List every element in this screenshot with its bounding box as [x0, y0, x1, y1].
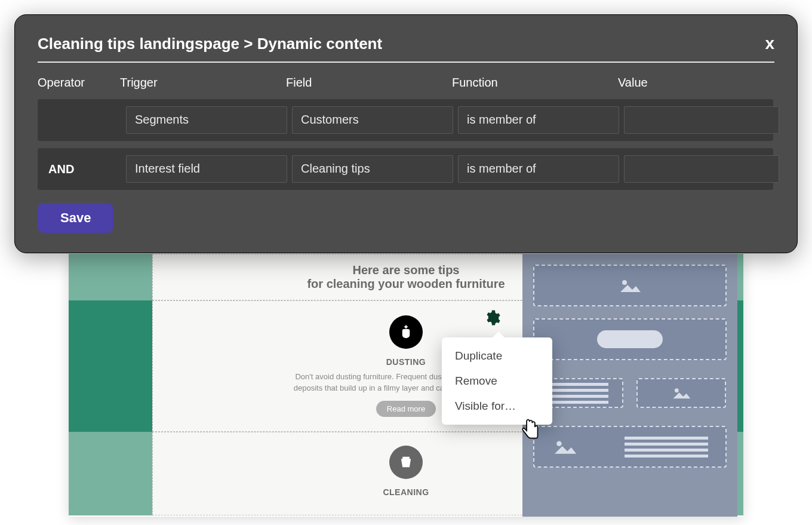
operator-cell[interactable]: AND — [44, 162, 121, 176]
svg-point-2 — [556, 441, 562, 446]
save-button[interactable]: Save — [38, 203, 113, 233]
function-cell[interactable]: is member of — [458, 155, 619, 183]
palette-image-block[interactable] — [533, 265, 727, 306]
tips-heading-l2: for cleaning your wooden furniture — [307, 277, 505, 291]
palette-image-small-block[interactable] — [636, 378, 725, 408]
close-button[interactable]: x — [765, 34, 774, 53]
text-lines-icon — [625, 437, 708, 458]
image-placeholder-icon — [671, 385, 691, 401]
read-more-button[interactable]: Read more — [376, 401, 436, 417]
svg-point-1 — [675, 388, 679, 392]
row-gutter-left — [69, 254, 152, 300]
text-lines-icon — [549, 383, 608, 404]
col-value: Value — [618, 76, 773, 92]
svg-point-0 — [622, 280, 627, 285]
rule-grid: Operator Trigger Field Function Value Se… — [38, 76, 774, 190]
function-cell[interactable]: is member of — [458, 106, 619, 134]
rule-row: Segments Customers is member of — [38, 99, 773, 141]
field-cell[interactable]: Customers — [292, 106, 453, 134]
rule-row: AND Interest field Cleaning tips is memb… — [38, 148, 773, 190]
col-operator: Operator — [38, 76, 115, 92]
block-context-menu: Duplicate Remove Visible for… — [442, 337, 552, 425]
row-gutter-left — [69, 300, 152, 432]
trigger-cell[interactable]: Interest field — [126, 155, 287, 183]
palette-button-block[interactable] — [533, 318, 727, 360]
dynamic-content-dialog: Cleaning tips landingspage > Dynamic con… — [14, 14, 798, 253]
palette-image-text-block[interactable] — [533, 426, 727, 468]
col-field: Field — [286, 76, 447, 92]
tips-heading-l1: Here are some tips — [353, 263, 460, 277]
value-cell[interactable] — [624, 106, 779, 134]
menu-remove[interactable]: Remove — [442, 369, 552, 394]
trigger-cell[interactable]: Segments — [126, 106, 287, 134]
image-placeholder-icon — [552, 437, 578, 456]
row-gutter-left — [69, 432, 152, 515]
dialog-title: Cleaning tips landingspage > Dynamic con… — [38, 35, 382, 53]
col-function: Function — [452, 76, 613, 92]
bucket-icon — [389, 446, 423, 479]
field-cell[interactable]: Cleaning tips — [292, 155, 453, 183]
dusting-label: DUSTING — [386, 357, 426, 367]
component-palette — [522, 254, 737, 517]
value-cell[interactable] — [624, 155, 779, 183]
cleaning-label: CLEANING — [383, 487, 429, 497]
block-settings-button[interactable] — [480, 306, 504, 330]
button-placeholder-icon — [597, 330, 663, 348]
col-trigger: Trigger — [120, 76, 281, 92]
menu-duplicate[interactable]: Duplicate — [442, 343, 552, 369]
menu-visible-for[interactable]: Visible for… — [442, 394, 552, 419]
image-placeholder-icon — [618, 277, 642, 294]
hand-sparkle-icon — [389, 315, 423, 349]
